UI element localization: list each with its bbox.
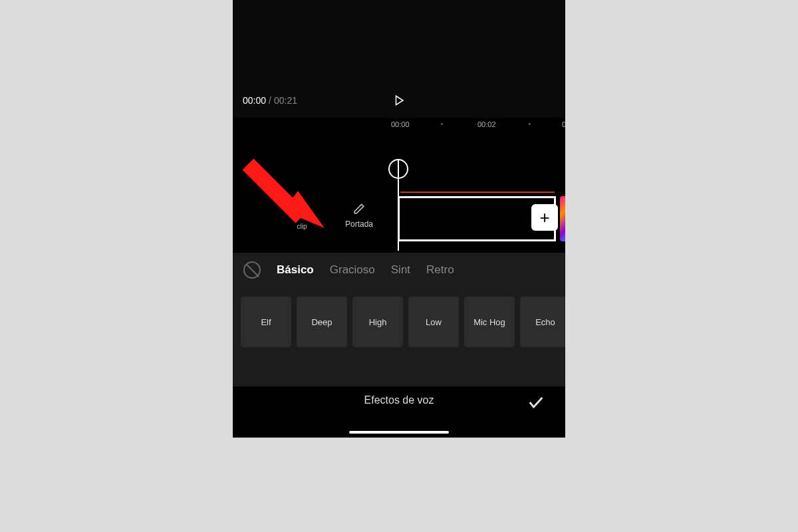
ruler-dot: [441, 123, 443, 125]
effect-category-tabs: Básico Gracioso Sint Retro: [233, 253, 565, 287]
ruler-mark: 00:02: [477, 120, 496, 128]
cover-tool[interactable]: Portada: [340, 203, 378, 229]
effect-elf[interactable]: Elf: [241, 297, 291, 347]
ruler-mark-partial: 00: [562, 120, 565, 128]
time-separator: /: [269, 95, 271, 106]
tab-retro[interactable]: Retro: [426, 263, 454, 277]
voice-effects-panel: Básico Gracioso Sint Retro Elf Deep High…: [233, 253, 565, 386]
plus-icon: +: [539, 207, 549, 228]
next-clip-preview[interactable]: [560, 196, 565, 241]
panel-title: Efectos de voz: [364, 394, 434, 406]
effect-list[interactable]: Elf Deep High Low Mic Hog Echo: [233, 287, 565, 347]
video-editor-screen: 00:00 / 00:21 00:00 00:02 00 + Portada: [233, 0, 565, 438]
effect-high[interactable]: High: [352, 297, 403, 347]
audio-track-line: [400, 192, 555, 193]
play-button[interactable]: [393, 94, 405, 106]
home-indicator[interactable]: [349, 431, 449, 434]
svg-line-2: [248, 164, 301, 217]
confirm-button[interactable]: [527, 393, 545, 414]
add-clip-button[interactable]: +: [531, 204, 558, 231]
effect-deep[interactable]: Deep: [297, 297, 347, 347]
panel-footer: Efectos de voz: [233, 386, 565, 438]
current-time: 00:00: [243, 95, 266, 106]
time-display: 00:00 / 00:21: [243, 95, 555, 106]
no-effect-icon[interactable]: [243, 261, 261, 279]
tab-sint[interactable]: Sint: [391, 263, 410, 277]
check-icon: [527, 393, 545, 412]
effect-low[interactable]: Low: [408, 297, 459, 347]
svg-marker-0: [396, 96, 404, 105]
timeline[interactable]: 00:00 00:02 00 + Portada clip: [233, 118, 565, 253]
tab-gracioso[interactable]: Gracioso: [330, 263, 375, 277]
clip-tool-label: clip: [282, 223, 322, 230]
effect-mic-hog[interactable]: Mic Hog: [464, 297, 515, 347]
ruler-mark: 00:00: [391, 120, 410, 128]
video-preview[interactable]: 00:00 / 00:21: [233, 0, 565, 118]
cover-label: Portada: [340, 219, 378, 229]
tab-basico[interactable]: Básico: [277, 263, 314, 277]
playhead-handle[interactable]: [388, 159, 408, 179]
pencil-icon: [353, 203, 365, 215]
effect-echo[interactable]: Echo: [520, 297, 565, 347]
total-time: 00:21: [274, 95, 297, 106]
timeline-ruler: 00:00 00:02 00: [233, 118, 565, 134]
ruler-dot: [529, 123, 531, 125]
